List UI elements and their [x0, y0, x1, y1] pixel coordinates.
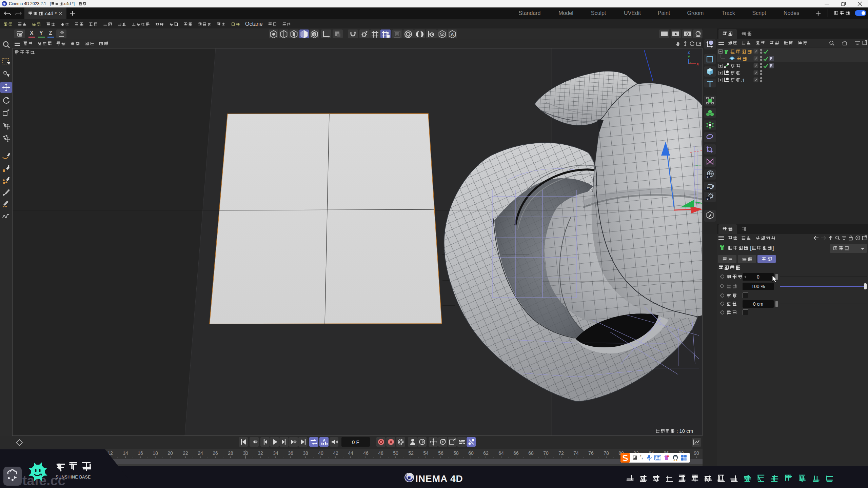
- svg-text:42: 42: [333, 450, 338, 456]
- svg-text:62: 62: [483, 450, 489, 456]
- svg-text:54: 54: [423, 450, 429, 456]
- svg-text:18: 18: [153, 450, 158, 456]
- svg-text:38: 38: [303, 450, 308, 456]
- svg-text:ST: ST: [707, 198, 710, 200]
- svg-text:24: 24: [198, 450, 203, 456]
- svg-text:30: 30: [243, 450, 248, 456]
- svg-text:66: 66: [513, 450, 519, 456]
- svg-text:ST: ST: [707, 176, 710, 178]
- svg-text:32: 32: [258, 450, 263, 456]
- svg-text:76: 76: [588, 450, 594, 456]
- svg-text:74: 74: [573, 450, 579, 456]
- svg-text:A: A: [451, 32, 454, 37]
- svg-text:A: A: [323, 439, 325, 442]
- svg-text:28: 28: [228, 450, 233, 456]
- svg-text:40: 40: [318, 450, 323, 456]
- svg-text:72: 72: [558, 450, 564, 456]
- svg-text:X: X: [696, 62, 699, 66]
- svg-text:Y: Y: [688, 55, 690, 59]
- svg-text:20: 20: [167, 450, 173, 456]
- svg-text:50: 50: [393, 450, 398, 456]
- svg-text:64: 64: [498, 450, 504, 456]
- svg-text:A: A: [390, 440, 393, 445]
- svg-text:78: 78: [604, 450, 609, 456]
- svg-text:58: 58: [453, 450, 459, 456]
- svg-text:56: 56: [438, 450, 443, 456]
- svg-text:90: 90: [694, 450, 699, 456]
- svg-text:44: 44: [348, 450, 353, 456]
- svg-text:48: 48: [378, 450, 383, 456]
- svg-text:46: 46: [363, 450, 369, 456]
- svg-text:22: 22: [183, 450, 188, 456]
- svg-text:36: 36: [288, 450, 293, 456]
- svg-text:14: 14: [123, 450, 128, 456]
- svg-text:70: 70: [543, 450, 549, 456]
- svg-text:Z: Z: [688, 50, 690, 54]
- svg-text:34: 34: [273, 450, 278, 456]
- svg-text:16: 16: [138, 450, 143, 456]
- svg-text:ST: ST: [707, 187, 710, 189]
- svg-text:26: 26: [213, 450, 218, 456]
- svg-text:68: 68: [528, 450, 534, 456]
- svg-text:52: 52: [408, 450, 414, 456]
